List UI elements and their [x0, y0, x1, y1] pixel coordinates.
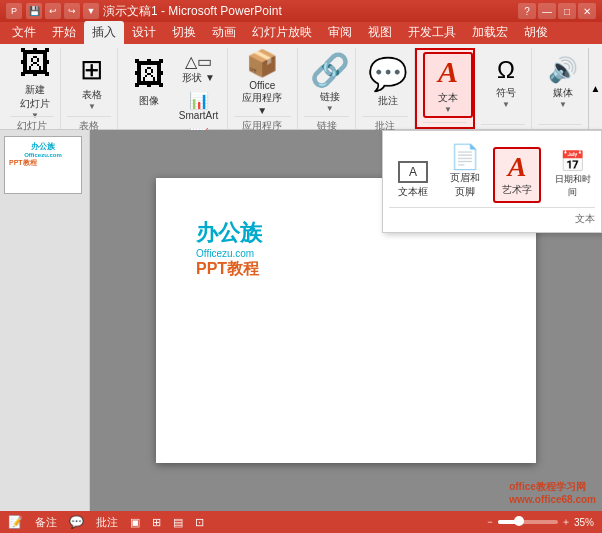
tab-view[interactable]: 视图 — [360, 21, 400, 44]
ribbon: 🖼 新建幻灯片 ▼ 幻灯片 ⊞ 表格 ▼ 表格 🖼 图像 △▭ — [0, 44, 602, 130]
comment-status-icon: 💬 — [69, 515, 84, 529]
links-group-content: 🔗 链接 ▼ — [304, 48, 356, 116]
notes-label[interactable]: 备注 — [35, 515, 57, 530]
table-label: 表格 — [82, 88, 102, 102]
tab-design[interactable]: 设计 — [124, 21, 164, 44]
ribbon-scroll-btn[interactable]: ▲ — [588, 48, 602, 129]
link-label: 链接 — [320, 90, 340, 104]
ribbon-group-text: A 文本 ▼ — [415, 48, 475, 129]
tab-slideshow[interactable]: 幻灯片放映 — [244, 21, 320, 44]
tab-insert[interactable]: 插入 — [84, 21, 124, 44]
window-title: 演示文稿1 - Microsoft PowerPoint — [103, 3, 282, 20]
view-grid-icon[interactable]: ⊞ — [152, 516, 161, 529]
text-btn[interactable]: A 文本 ▼ — [423, 52, 473, 118]
office-apps-btn[interactable]: 📦 Office应用程序 ▼ — [234, 50, 291, 116]
ribbon-group-apps: 📦 Office应用程序 ▼ 应用程序 — [228, 48, 298, 129]
view-normal-icon[interactable]: ▣ — [130, 516, 140, 529]
media-icon: 🔊 — [548, 58, 578, 82]
watermark: office教程学习网www.office68.com — [509, 480, 596, 505]
restore-btn[interactable]: □ — [558, 3, 576, 19]
datetime-item[interactable]: 📅 日期和时间 — [545, 147, 600, 203]
ribbon-group-media: 🔊 媒体 ▼ — [532, 48, 588, 129]
symbol-btn[interactable]: Ω 符号 ▼ — [481, 50, 531, 116]
office-apps-icon: 📦 — [246, 50, 278, 76]
zoom-plus-btn[interactable]: ＋ — [561, 515, 571, 529]
logo-sub-text: Officezu.com — [196, 248, 262, 259]
status-right: － ＋ 35% — [485, 515, 594, 529]
minimize-btn[interactable]: — — [538, 3, 556, 19]
media-arrow: ▼ — [559, 100, 567, 109]
redo-icon[interactable]: ↪ — [64, 3, 80, 19]
ribbon-group-symbols: Ω 符号 ▼ — [475, 48, 532, 129]
textbox-item[interactable]: A 文本框 — [389, 157, 437, 203]
link-arrow: ▼ — [326, 104, 334, 113]
tab-file[interactable]: 文件 — [4, 21, 44, 44]
header-footer-item[interactable]: 📄 页眉和页脚 — [441, 141, 489, 203]
comments-group-content: 💬 批注 — [362, 48, 414, 116]
save-icon[interactable]: 💾 — [26, 3, 42, 19]
comment-btn[interactable]: 💬 批注 — [362, 50, 414, 116]
comment-status-label[interactable]: 批注 — [96, 515, 118, 530]
datetime-icon: 📅 — [560, 151, 585, 171]
text-label: 文本 — [438, 91, 458, 105]
image-btn[interactable]: 🖼 图像 — [124, 50, 174, 116]
ribbon-group-comments: 💬 批注 批注 — [356, 48, 415, 129]
textbox-icon: A — [398, 161, 428, 183]
tab-home[interactable]: 开始 — [44, 21, 84, 44]
symbol-label: 符号 — [496, 86, 516, 100]
zoom-bar: － ＋ 35% — [485, 515, 594, 529]
media-label: 媒体 — [553, 86, 573, 100]
link-icon: 🔗 — [310, 54, 350, 86]
media-btn[interactable]: 🔊 媒体 ▼ — [538, 50, 588, 116]
view-presenter-icon[interactable]: ⊡ — [195, 516, 204, 529]
tab-user[interactable]: 胡俊 — [516, 21, 556, 44]
smartart-label: SmartArt — [179, 110, 218, 121]
close-btn[interactable]: ✕ — [578, 3, 596, 19]
ribbon-group-tables: ⊞ 表格 ▼ 表格 — [61, 48, 118, 129]
new-slide-btn[interactable]: 🖼 新建幻灯片 ▼ — [10, 50, 60, 116]
tab-animations[interactable]: 动画 — [204, 21, 244, 44]
status-bar: 📝 备注 💬 批注 ▣ ⊞ ▤ ⊡ － ＋ 35% — [0, 511, 602, 533]
image-label: 图像 — [139, 94, 159, 108]
title-bar: P 💾 ↩ ↪ ▼ 演示文稿1 - Microsoft PowerPoint ?… — [0, 0, 602, 22]
title-bar-left: P 💾 ↩ ↪ ▼ 演示文稿1 - Microsoft PowerPoint — [6, 3, 282, 20]
zoom-slider[interactable] — [498, 520, 558, 524]
logo-main-text: 办公族 — [196, 218, 262, 248]
dropdown-group-label: 文本 — [389, 207, 595, 226]
symbol-icon: Ω — [497, 58, 515, 82]
tab-transitions[interactable]: 切换 — [164, 21, 204, 44]
wordart-label: 艺术字 — [502, 183, 532, 197]
wordart-item[interactable]: A 艺术字 — [493, 147, 541, 203]
shapes-icon: △▭ — [185, 52, 212, 71]
text-group-label — [423, 122, 467, 127]
slide-thumb-1[interactable]: 1 办公族 Officezu.com PPT教程 — [4, 136, 82, 194]
smartart-btn[interactable]: 📊 SmartArt — [176, 89, 221, 123]
view-list-icon[interactable]: ▤ — [173, 516, 183, 529]
notes-icon: 📝 — [8, 515, 23, 529]
table-icon: ⊞ — [80, 56, 103, 84]
quick-access-toolbar: 💾 ↩ ↪ ▼ — [26, 3, 99, 19]
wordart-icon: A — [508, 153, 527, 181]
link-btn[interactable]: 🔗 链接 ▼ — [304, 50, 356, 116]
app-icon: P — [6, 3, 22, 19]
undo-icon[interactable]: ↩ — [45, 3, 61, 19]
zoom-minus-btn[interactable]: － — [485, 515, 495, 529]
header-footer-label: 页眉和页脚 — [447, 171, 483, 199]
symbols-group-content: Ω 符号 ▼ — [481, 48, 531, 124]
text-icon: A — [438, 57, 458, 87]
slide-logo: 办公族 Officezu.com PPT教程 — [196, 218, 262, 280]
symbols-group-label — [481, 124, 525, 129]
ribbon-group-slides: 🖼 新建幻灯片 ▼ 幻灯片 — [4, 48, 61, 129]
zoom-level[interactable]: 35% — [574, 517, 594, 528]
table-btn[interactable]: ⊞ 表格 ▼ — [67, 50, 117, 116]
shapes-btn[interactable]: △▭ 形状 ▼ — [176, 50, 221, 87]
text-group-content: A 文本 ▼ — [423, 50, 473, 122]
tables-group-content: ⊞ 表格 ▼ — [67, 48, 117, 116]
help-btn[interactable]: ? — [518, 3, 536, 19]
tab-developer[interactable]: 开发工具 — [400, 21, 464, 44]
more-icon[interactable]: ▼ — [83, 3, 99, 19]
tab-review[interactable]: 审阅 — [320, 21, 360, 44]
thumb-logo-text: 办公族 — [9, 141, 77, 152]
new-slide-icon: 🖼 — [19, 47, 51, 79]
tab-addins[interactable]: 加载宏 — [464, 21, 516, 44]
